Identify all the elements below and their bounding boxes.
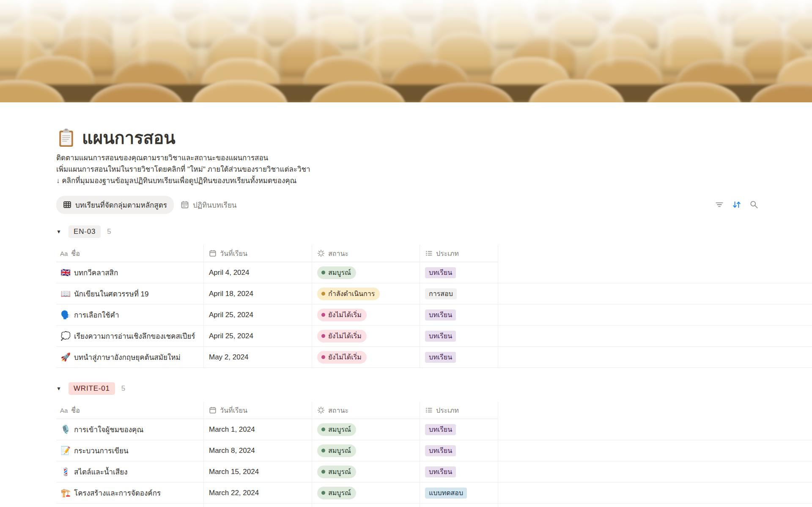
- search-icon[interactable]: [749, 199, 760, 210]
- type-cell[interactable]: บทเรียน: [420, 262, 498, 283]
- calendar-icon: [209, 249, 217, 257]
- type-badge[interactable]: บทเรียน: [425, 267, 456, 278]
- description-line: ติดตามแผนการสอนของคุณตามรายวิชาและสถานะข…: [56, 152, 812, 164]
- tab-label: ปฏิทินบทเรียน: [193, 199, 237, 211]
- collapse-triangle-icon[interactable]: ▼: [56, 226, 67, 237]
- status-badge[interactable]: ยังไม่ได้เริ่ม: [317, 351, 367, 364]
- column-header-status[interactable]: สถานะ: [312, 402, 420, 419]
- date-cell[interactable]: April 25, 2024: [203, 326, 312, 347]
- status-badge[interactable]: ยังไม่ได้เริ่ม: [317, 309, 367, 321]
- type-badge[interactable]: บทเรียน: [425, 424, 456, 435]
- group-header: ▼WRITE-015: [56, 382, 812, 395]
- status-dot-icon: [321, 334, 325, 338]
- status-label: สมบูรณ์: [328, 267, 351, 278]
- type-badge[interactable]: บทเรียน: [425, 310, 456, 321]
- name-cell[interactable]: 🚀บทนำสู่ภาษาอังกฤษยุคต้นสมัยใหม่: [56, 347, 203, 368]
- status-label: ยังไม่ได้เริ่ม: [328, 331, 362, 341]
- column-header-type[interactable]: ประเภท: [420, 402, 498, 419]
- type-cell[interactable]: บทเรียน: [420, 347, 498, 368]
- date-cell[interactable]: March 1, 2024: [203, 419, 312, 440]
- type-cell[interactable]: บทเรียน: [420, 326, 498, 347]
- row-spacer: [498, 347, 812, 368]
- column-header-name[interactable]: Aaชื่อ: [56, 245, 203, 262]
- column-header-date[interactable]: วันที่เรียน: [203, 245, 312, 262]
- date-cell[interactable]: March 29, 2024: [203, 504, 312, 507]
- page-emoji-icon: 📖: [60, 289, 71, 299]
- column-header-label: สถานะ: [328, 248, 348, 259]
- status-badge[interactable]: สมบูรณ์: [317, 444, 356, 457]
- sort-icon[interactable]: [731, 199, 742, 210]
- type-badge[interactable]: บทเรียน: [425, 445, 456, 456]
- status-dot-icon: [321, 313, 325, 317]
- date-value: April 25, 2024: [209, 311, 253, 319]
- date-cell[interactable]: April 25, 2024: [203, 304, 312, 326]
- type-cell[interactable]: แบบทดสอบ: [420, 482, 498, 504]
- collapse-triangle-icon[interactable]: ▼: [56, 383, 67, 394]
- status-badge[interactable]: ยังไม่ได้เริ่ม: [317, 330, 367, 343]
- type-cell[interactable]: บทเรียน: [420, 461, 498, 482]
- row-spacer: [498, 482, 812, 504]
- status-badge[interactable]: สมบูรณ์: [317, 266, 356, 279]
- row-spacer: [498, 419, 812, 440]
- status-cell[interactable]: ยังไม่ได้เริ่ม: [312, 304, 420, 326]
- type-badge[interactable]: บทเรียน: [425, 466, 456, 477]
- name-cell[interactable]: 💭เรียงความการอ่านเชิงลึกของเชคสเปียร์: [56, 326, 203, 347]
- date-cell[interactable]: March 22, 2024: [203, 482, 312, 504]
- column-header-status[interactable]: สถานะ: [312, 245, 420, 262]
- page-emoji-icon: 🚀: [60, 352, 71, 362]
- status-cell[interactable]: สมบูรณ์: [312, 461, 420, 482]
- cover-image: [0, 0, 812, 102]
- type-cell[interactable]: บทเรียน: [420, 304, 498, 326]
- tab-lesson-calendar[interactable]: ปฏิทินบทเรียน: [174, 196, 244, 214]
- name-cell[interactable]: 🗣️การเลือกใช้คำ: [56, 304, 203, 326]
- tab-grouped-by-course[interactable]: บทเรียนที่จัดกลุ่มตามหลักสูตร: [56, 196, 174, 214]
- group-count: 5: [107, 227, 111, 236]
- status-cell[interactable]: สมบูรณ์: [312, 440, 420, 461]
- status-cell[interactable]: สมบูรณ์: [312, 482, 420, 504]
- date-cell[interactable]: April 4, 2024: [203, 262, 312, 283]
- date-cell[interactable]: April 18, 2024: [203, 283, 312, 304]
- status-badge[interactable]: สมบูรณ์: [317, 487, 356, 499]
- status-cell[interactable]: สมบูรณ์: [312, 419, 420, 440]
- type-cell[interactable]: บทเรียน: [420, 419, 498, 440]
- status-cell[interactable]: สมบูรณ์: [312, 262, 420, 283]
- name-cell[interactable]: 🇬🇧บทกวีคลาสสิก: [56, 262, 203, 283]
- status-badge[interactable]: สมบูรณ์: [317, 466, 356, 478]
- type-badge[interactable]: บทเรียน: [425, 331, 456, 342]
- text-icon: Aa: [60, 407, 68, 414]
- date-cell[interactable]: March 15, 2024: [203, 461, 312, 482]
- name-cell[interactable]: 🔬การวิจัยและการอ้างอิง: [56, 504, 203, 507]
- column-header-date[interactable]: วันที่เรียน: [203, 402, 312, 419]
- status-cell[interactable]: ยังไม่ได้เริ่ม: [312, 326, 420, 347]
- type-badge[interactable]: การสอบ: [425, 288, 457, 299]
- status-icon: [317, 249, 325, 257]
- type-badge[interactable]: บทเรียน: [425, 352, 456, 363]
- status-dot-icon: [321, 491, 325, 495]
- column-header-name[interactable]: Aaชื่อ: [56, 402, 203, 419]
- type-cell[interactable]: บทเรียน: [420, 504, 498, 507]
- type-cell[interactable]: การสอบ: [420, 283, 498, 304]
- status-cell[interactable]: ยังไม่ได้เริ่ม: [312, 504, 420, 507]
- date-value: April 25, 2024: [209, 332, 253, 340]
- type-badge[interactable]: แบบทดสอบ: [425, 488, 467, 499]
- name-cell[interactable]: 🎙️การเข้าใจผู้ชมของคุณ: [56, 419, 203, 440]
- page-title[interactable]: แผนการสอน: [82, 128, 176, 148]
- name-cell[interactable]: 📝กระบวนการเขียน: [56, 440, 203, 461]
- status-cell[interactable]: ยังไม่ได้เริ่ม: [312, 347, 420, 368]
- date-cell[interactable]: May 2, 2024: [203, 347, 312, 368]
- group-name-badge: EN-03: [69, 225, 101, 238]
- date-cell[interactable]: March 8, 2024: [203, 440, 312, 461]
- filter-icon[interactable]: [714, 199, 725, 210]
- name-cell[interactable]: 📖นักเขียนในศตวรรษที่ 19: [56, 283, 203, 304]
- name-cell[interactable]: 💈สไตล์และน้ำเสียง: [56, 461, 203, 482]
- name-cell[interactable]: 🏗️โครงสร้างและการจัดองค์กร: [56, 482, 203, 504]
- status-badge[interactable]: สมบูรณ์: [317, 423, 356, 436]
- status-badge[interactable]: กำลังดำเนินการ: [317, 288, 380, 300]
- column-header-spacer: [498, 245, 812, 262]
- row-spacer: [498, 304, 812, 326]
- database-groups: ▼EN-035Aaชื่อวันที่เรียนสถานะประเภท🇬🇧บทก…: [56, 225, 812, 507]
- clipboard-icon[interactable]: [56, 128, 76, 148]
- column-header-type[interactable]: ประเภท: [420, 245, 498, 262]
- type-cell[interactable]: บทเรียน: [420, 440, 498, 461]
- status-cell[interactable]: กำลังดำเนินการ: [312, 283, 420, 304]
